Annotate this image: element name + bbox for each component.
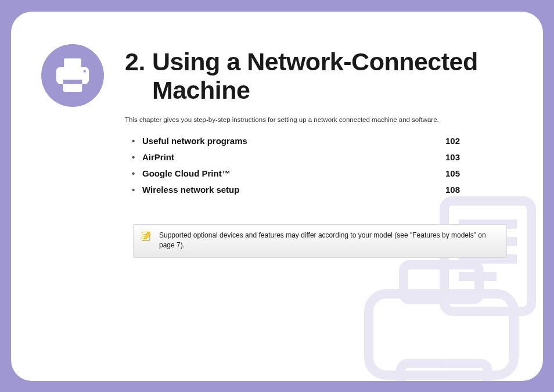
chapter-title: Using a Network-Connected Machine (152, 48, 502, 105)
chapter-icon-printer (41, 44, 104, 107)
note-icon (141, 231, 152, 242)
document-page: 2. Using a Network-Connected Machine Thi… (11, 12, 543, 381)
chapter-number: 2. (125, 48, 145, 105)
toc-label: Wireless network setup (142, 185, 239, 195)
toc-entry[interactable]: Google Cloud Print™ 105 (132, 168, 469, 178)
toc-page: 102 (445, 136, 469, 146)
toc-entry[interactable]: Useful network programs 102 (132, 136, 469, 146)
svg-rect-6 (404, 265, 479, 300)
toc-entry[interactable]: Wireless network setup 108 (132, 185, 469, 195)
svg-rect-7 (401, 364, 488, 381)
printer-icon (51, 54, 94, 97)
chapter-intro: This chapter gives you step-by-step inst… (125, 116, 520, 123)
toc-label: AirPrint (142, 152, 174, 162)
chapter-toc: Useful network programs 102 AirPrint 103… (132, 136, 469, 201)
toc-page: 105 (445, 168, 469, 178)
svg-rect-5 (369, 294, 514, 375)
toc-entry[interactable]: AirPrint 103 (132, 152, 469, 162)
svg-rect-8 (64, 58, 81, 67)
note-text: Supported optional devices and features … (159, 231, 486, 249)
printer-watermark-icon (346, 195, 543, 381)
svg-rect-11 (63, 80, 82, 84)
toc-page: 108 (445, 185, 469, 195)
chapter-heading: 2. Using a Network-Connected Machine (125, 48, 502, 105)
toc-label: Useful network programs (142, 136, 247, 146)
toc-label: Google Cloud Print™ (142, 168, 231, 178)
note-box: Supported optional devices and features … (133, 224, 507, 258)
svg-point-12 (84, 70, 86, 72)
toc-page: 103 (445, 152, 469, 162)
